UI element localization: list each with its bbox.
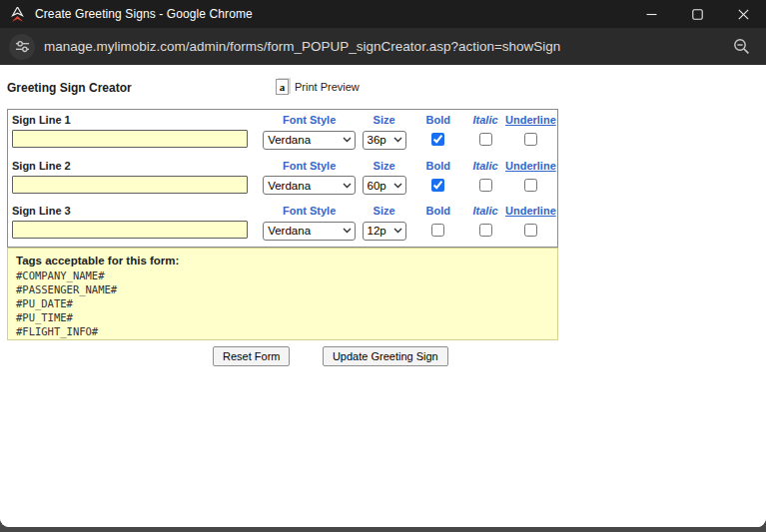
form-actions: Reset Form Update Greeting Sign	[0, 346, 559, 366]
close-icon	[738, 9, 749, 20]
page-title: Greeting Sign Creator	[7, 81, 132, 95]
underline-label: Underline	[505, 160, 556, 173]
font-style-select-2[interactable]: Verdana	[263, 176, 356, 195]
address-url: manage.mylimobiz.com/admin/forms/form_PO…	[44, 39, 728, 54]
underline-checkbox-3[interactable]	[524, 224, 537, 237]
update-greeting-sign-button[interactable]: Update Greeting Sign	[323, 346, 448, 366]
maximize-button[interactable]	[674, 0, 720, 28]
underline-label: Underline	[505, 114, 556, 127]
size-label: Size	[374, 205, 395, 218]
sign-line-3-label: Sign Line 3	[12, 205, 252, 218]
font-style-label: Font Style	[283, 205, 336, 218]
underline-label: Underline	[505, 205, 556, 218]
tag-pu-date: #PU_DATE#	[16, 296, 549, 310]
print-preview-label: Print Preview	[295, 81, 360, 93]
sign-line-row: Sign Line 2 Font Style Verdana Size	[8, 156, 557, 202]
bold-label: Bold	[426, 114, 450, 127]
sign-line-2-label: Sign Line 2	[12, 160, 252, 173]
tune-icon	[15, 39, 30, 54]
italic-checkbox-1[interactable]	[479, 133, 492, 146]
browser-popup-window: Create Greeting Signs - Google Chrome	[0, 0, 766, 527]
zoom-out-icon	[733, 38, 750, 55]
sign-line-1-input[interactable]	[12, 130, 248, 148]
italic-checkbox-3[interactable]	[479, 224, 492, 237]
tag-pu-time: #PU_TIME#	[16, 310, 549, 324]
tag-company-name: #COMPANY_NAME#	[16, 268, 549, 282]
close-button[interactable]	[720, 0, 766, 28]
sign-line-row: Sign Line 1 Font Style Verdana Size	[8, 110, 557, 156]
underline-checkbox-1[interactable]	[524, 133, 537, 146]
bold-label: Bold	[426, 160, 450, 173]
italic-label: Italic	[473, 160, 498, 173]
size-select-1[interactable]: 36p	[363, 131, 406, 150]
site-favicon-icon	[10, 7, 25, 22]
sign-line-1-label: Sign Line 1	[12, 114, 252, 127]
url-bar: manage.mylimobiz.com/admin/forms/form_PO…	[0, 28, 766, 65]
font-style-select-1[interactable]: Verdana	[263, 131, 356, 150]
zoom-indicator-button[interactable]	[728, 34, 754, 60]
font-style-label: Font Style	[283, 160, 336, 173]
tags-info-box: Tags acceptable for this form: #COMPANY_…	[7, 248, 558, 340]
maximize-icon	[692, 9, 703, 20]
size-label: Size	[374, 114, 395, 127]
minimize-icon	[646, 9, 657, 20]
reset-form-button[interactable]: Reset Form	[213, 346, 290, 366]
site-settings-button[interactable]	[9, 34, 35, 60]
sign-line-2-input[interactable]	[12, 176, 248, 194]
sign-line-3-input[interactable]	[12, 221, 248, 239]
size-select-3[interactable]: 12p	[363, 222, 406, 241]
italic-label: Italic	[473, 114, 498, 127]
size-select-2[interactable]: 60p	[363, 176, 406, 195]
sign-lines-table: Sign Line 1 Font Style Verdana Size	[7, 109, 558, 248]
tags-box-title: Tags acceptable for this form:	[16, 255, 549, 266]
title-bar: Create Greeting Signs - Google Chrome	[0, 0, 766, 28]
bold-checkbox-3[interactable]	[431, 224, 444, 237]
tag-passenger-name: #PASSENGER_NAME#	[16, 282, 549, 296]
bold-label: Bold	[426, 205, 450, 218]
sign-line-row: Sign Line 3 Font Style Verdana Size	[8, 201, 557, 247]
font-style-label: Font Style	[283, 114, 336, 127]
print-preview-link[interactable]: a Print Preview	[276, 79, 360, 95]
tag-flight-info: #FLIGHT_INFO#	[16, 324, 549, 338]
size-label: Size	[374, 160, 395, 173]
print-preview-icon: a	[276, 79, 289, 95]
italic-label: Italic	[473, 205, 498, 218]
page-content: Greeting Sign Creator a Print Preview Si…	[0, 65, 766, 527]
bold-checkbox-2[interactable]	[431, 179, 444, 192]
bold-checkbox-1[interactable]	[431, 133, 444, 146]
minimize-button[interactable]	[628, 0, 674, 28]
underline-checkbox-2[interactable]	[524, 179, 537, 192]
font-style-select-3[interactable]: Verdana	[263, 222, 356, 241]
italic-checkbox-2[interactable]	[479, 179, 492, 192]
window-title: Create Greeting Signs - Google Chrome	[35, 7, 628, 21]
